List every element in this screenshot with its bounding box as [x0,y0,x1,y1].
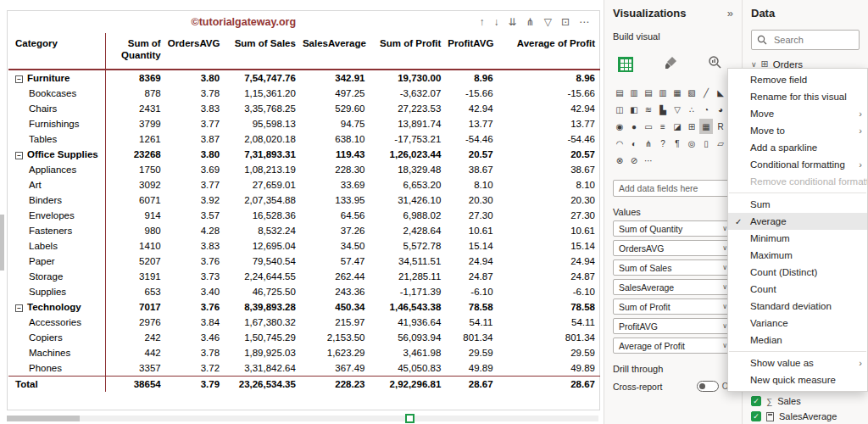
matrix-row[interactable]: Binders60713.922,07,354.88133.9531,426.1… [8,192,600,208]
row-header-cell[interactable]: −Technology [8,299,105,315]
decomposition-tree-icon[interactable]: ⋔ [642,136,655,151]
menu-item-variance[interactable]: Variance [728,315,867,332]
expand-all-icon[interactable]: ⋔ [526,17,535,27]
100-stacked-bar-chart-icon[interactable]: ▦ [670,85,684,100]
field-checkbox[interactable]: ✓ [751,396,761,406]
line-chart-icon[interactable]: ╱ [699,85,713,100]
column-header-salesaverage[interactable]: SalesAverage [301,33,370,70]
table-icon[interactable]: ⊞ [685,119,698,134]
go-to-next-level-icon[interactable]: ⇊ [509,17,517,27]
pie-chart-icon[interactable]: ◔ [699,102,713,117]
area-chart-icon[interactable]: ◣ [714,85,727,100]
funnel-chart-icon[interactable]: ▽ [670,102,684,117]
matrix-row[interactable]: Phones33573.723,31,842.64367.4945,050.83… [8,360,600,377]
clustered-column-chart-icon[interactable]: ▥ [656,85,670,100]
drill-down-icon[interactable]: ↓ [494,17,499,27]
donut-chart-icon[interactable]: ◕ [714,102,727,117]
format-visual-tab-icon[interactable] [664,56,677,73]
stacked-column-chart-icon[interactable]: ▥ [627,85,641,100]
row-header-cell[interactable]: Furnishings [8,116,105,131]
row-header-cell[interactable]: Accessories [8,315,105,330]
get-more-visuals-icon[interactable]: ⊘ [627,153,641,168]
filter-icon[interactable]: ▽ [544,17,552,27]
row-header-cell[interactable]: Phones [8,360,105,377]
value-field-pill-profitavg[interactable]: ProfitAVG∨ [613,318,733,334]
matrix-row[interactable]: Chairs24313.833,35,768.25529.6027,223.53… [8,101,600,116]
arcgis-map-icon[interactable]: ⊗ [613,153,626,168]
vertical-scrollbar[interactable] [0,0,4,424]
matrix-row[interactable]: −Furniture83693.807,54,747.76342.9119,73… [8,70,600,86]
matrix-icon[interactable]: ▦ [699,119,713,134]
matrix-visual[interactable]: ©tutorialgateway.org ↑↓⇊⋔▽⊡⋯ CategorySum… [7,10,600,410]
row-header-cell[interactable]: Binders [8,192,105,208]
gauge-icon[interactable]: ◠ [613,136,626,151]
horizontal-scrollbar[interactable] [7,416,598,421]
menu-item-rename-for-this-visual[interactable]: Rename for this visual [728,88,867,105]
data-field-item-salesaverage[interactable]: ✓SalesAverage [751,409,868,424]
qa-icon[interactable]: ? [656,136,670,151]
drill-up-icon[interactable]: ↑ [480,17,485,27]
filled-map-icon[interactable]: ● [627,119,641,134]
ribbon-chart-icon[interactable]: ≋ [642,102,655,117]
paginated-report-icon[interactable]: ▯ [699,136,713,151]
column-header-ordersavg[interactable]: OrdersAVG [166,33,225,70]
100-stacked-column-chart-icon[interactable]: ▧ [685,85,698,100]
power-apps-icon[interactable]: ▱ [714,136,727,151]
matrix-total-row[interactable]: Total386543.7923,26,534.35228.232,92,296… [8,376,600,392]
waterfall-chart-icon[interactable]: ▙ [656,102,670,117]
matrix-row[interactable]: −Office Supplies232683.807,31,893.31119.… [8,147,600,162]
multi-row-card-icon[interactable]: ≡ [656,119,670,134]
card-icon[interactable]: ▭ [642,119,655,134]
line-and-stacked-column-chart-icon[interactable]: ◫ [613,102,626,117]
menu-item-remove-field[interactable]: Remove field [728,71,867,88]
menu-item-standard-deviation[interactable]: Standard deviation [728,298,867,315]
r-script-icon[interactable]: R [714,119,727,134]
row-header-cell[interactable]: Storage [8,269,105,284]
menu-item-count-distinct[interactable]: Count (Distinct) [728,264,867,281]
row-header-cell[interactable]: Chairs [8,101,105,116]
matrix-row[interactable]: Accessories29763.841,67,380.32215.9741,9… [8,315,600,330]
row-header-cell[interactable]: −Office Supplies [8,147,105,162]
cross-report-toggle[interactable] [697,381,719,392]
build-visual-tab-icon[interactable] [618,57,633,72]
row-header-cell[interactable]: Envelopes [8,208,105,223]
column-header-sum-of-profit[interactable]: Sum of Profit [370,33,447,70]
row-header-cell[interactable]: Tables [8,131,105,147]
value-field-pill-ordersavg[interactable]: OrdersAVG∨ [613,240,733,256]
field-checkbox[interactable]: ✓ [751,411,761,421]
row-header-cell[interactable]: Paper [8,254,105,269]
matrix-row[interactable]: Envelopes9143.5716,528.3664.566,988.0227… [8,208,600,223]
collapse-pane-icon[interactable]: » [727,7,733,20]
matrix-row[interactable]: Copiers2423.461,50,745.292,153.5056,093.… [8,330,600,345]
row-header-cell[interactable]: −Furniture [8,70,105,86]
matrix-row[interactable]: Art30923.7727,659.0133.696,653.208.108.1… [8,177,600,192]
menu-item-remove-conditional-formatting[interactable]: Remove conditional formatting [728,173,867,190]
vertical-scrollbar-thumb[interactable] [0,215,4,271]
matrix-row[interactable]: −Technology70173.768,39,893.28450.341,46… [8,299,600,315]
menu-item-conditional-formatting[interactable]: Conditional formatting› [728,156,867,173]
matrix-row[interactable]: Labels14103.8312,695.0434.505,572.7815.1… [8,238,600,254]
goals-icon[interactable]: ◎ [685,136,698,151]
line-and-clustered-column-chart-icon[interactable]: ◧ [627,102,641,117]
menu-item-sum[interactable]: Sum [728,196,867,213]
matrix-row[interactable]: Fasteners9804.288,532.2437.262,428.6410.… [8,223,600,238]
column-header-sum-of-sales[interactable]: Sum of Sales [225,33,301,70]
collapse-icon[interactable]: − [15,152,23,159]
matrix-row[interactable]: Machines4423.781,89,925.031,623.293,461.… [8,345,600,360]
matrix-row[interactable]: Paper52073.7679,540.5457.4734,511.5124.9… [8,254,600,269]
row-header-cell[interactable]: Supplies [8,284,105,299]
menu-item-add-a-sparkline[interactable]: Add a sparkline [728,139,867,156]
row-header-cell[interactable]: Fasteners [8,223,105,238]
row-header-cell[interactable]: Bookcases [8,86,105,101]
row-header-cell[interactable]: Appliances [8,162,105,177]
field-well[interactable]: Add data fields here [613,180,733,197]
column-header-category[interactable]: Category [8,33,105,70]
menu-item-count[interactable]: Count [728,281,867,298]
value-field-pill-salesaverage[interactable]: SalesAverage∨ [613,279,733,295]
scatter-chart-icon[interactable]: ∴ [685,102,698,117]
stacked-bar-chart-icon[interactable]: ▤ [613,85,626,100]
menu-item-median[interactable]: Median [728,332,867,349]
clustered-bar-chart-icon[interactable]: ▤ [642,85,655,100]
matrix-row[interactable]: Supplies6533.4046,725.50243.36-1,171.39-… [8,284,600,299]
matrix-row[interactable]: Furnishings37993.7795,598.1394.7513,891.… [8,116,600,131]
